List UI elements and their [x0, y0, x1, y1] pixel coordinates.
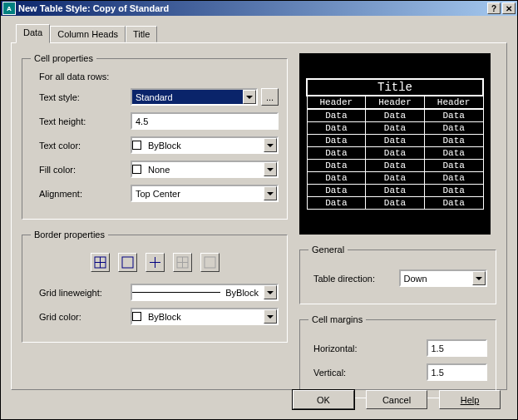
swatch-icon — [132, 165, 141, 174]
line-sample-icon — [132, 292, 220, 293]
border-none-button[interactable] — [173, 253, 192, 272]
chevron-down-icon — [264, 138, 277, 152]
fill-color-label: Fill color: — [31, 165, 131, 175]
alignment-label: Alignment: — [31, 189, 131, 199]
svg-rect-9 — [205, 257, 215, 268]
cancel-button[interactable]: Cancel — [366, 390, 427, 409]
text-color-label: Text color: — [31, 141, 131, 151]
chevron-down-icon — [264, 309, 277, 324]
border-properties-group: Border properties Grid lineweight: — [22, 230, 288, 343]
svg-rect-3 — [122, 257, 133, 268]
titlebar: A New Table Style: Copy of Standard ? ✕ — [1, 1, 517, 16]
cell-properties-group: Cell properties For all data rows: Text … — [22, 53, 288, 220]
cell-margins-group: Cell margins Horizontal: 1.5 Vertical: 1… — [299, 314, 496, 398]
grid-lineweight-select[interactable]: ByBlock — [131, 284, 279, 301]
text-height-input[interactable]: 4.5 — [131, 112, 279, 130]
grid-color-label: Grid color: — [31, 312, 131, 322]
cell-properties-subhead: For all data rows: — [31, 72, 279, 82]
chevron-down-icon — [264, 186, 277, 200]
text-color-select[interactable]: ByBlock — [131, 136, 279, 154]
tab-title[interactable]: Title — [126, 26, 157, 42]
tab-column-heads[interactable]: Column Heads — [50, 26, 126, 42]
grid-color-select[interactable]: ByBlock — [131, 308, 279, 325]
table-direction-label: Table direction: — [308, 274, 399, 284]
ok-button[interactable]: OK — [293, 390, 354, 409]
text-style-select[interactable]: Standard — [131, 88, 258, 106]
border-outer-button[interactable] — [118, 253, 137, 272]
swatch-icon — [132, 312, 141, 321]
preview-title: Title — [307, 79, 483, 96]
text-height-label: Text height: — [31, 116, 131, 126]
border-bottom-button[interactable] — [200, 253, 220, 272]
close-icon[interactable]: ✕ — [502, 2, 516, 14]
chevron-down-icon — [243, 90, 256, 104]
horizontal-margin-input[interactable]: 1.5 — [427, 339, 488, 357]
fill-color-select[interactable]: None — [131, 161, 279, 178]
alignment-select[interactable]: Top Center — [131, 185, 279, 202]
tab-data[interactable]: Data — [16, 24, 50, 43]
help-button[interactable]: Help — [439, 390, 501, 409]
tab-strip: Data Column Heads Title — [16, 24, 507, 42]
tab-panel: Cell properties For all data rows: Text … — [11, 42, 507, 390]
horizontal-margin-label: Horizontal: — [308, 343, 375, 353]
text-style-label: Text style: — [31, 92, 131, 102]
window-title: New Table Style: Copy of Standard — [18, 3, 487, 13]
cell-properties-legend: Cell properties — [31, 53, 96, 63]
table-direction-select[interactable]: Down — [399, 269, 488, 287]
swatch-icon — [132, 141, 141, 150]
table-preview: Title HeaderHeaderHeader DataDataData Da… — [299, 53, 491, 235]
border-properties-legend: Border properties — [31, 230, 108, 240]
general-legend: General — [308, 245, 348, 254]
grid-lineweight-label: Grid lineweight: — [31, 288, 131, 298]
text-style-browse-button[interactable]: ... — [261, 88, 279, 106]
dialog-window: A New Table Style: Copy of Standard ? ✕ … — [0, 0, 518, 420]
general-group: General Table direction: Down — [299, 245, 496, 304]
app-icon: A — [2, 2, 16, 15]
border-all-button[interactable] — [91, 253, 110, 272]
chevron-down-icon — [264, 285, 277, 299]
chevron-down-icon — [264, 162, 277, 176]
vertical-margin-label: Vertical: — [308, 368, 375, 378]
help-button-icon[interactable]: ? — [487, 2, 501, 14]
vertical-margin-input[interactable]: 1.5 — [427, 363, 488, 381]
chevron-down-icon — [472, 271, 486, 285]
border-inner-button[interactable] — [146, 253, 165, 272]
cell-margins-legend: Cell margins — [308, 314, 366, 324]
